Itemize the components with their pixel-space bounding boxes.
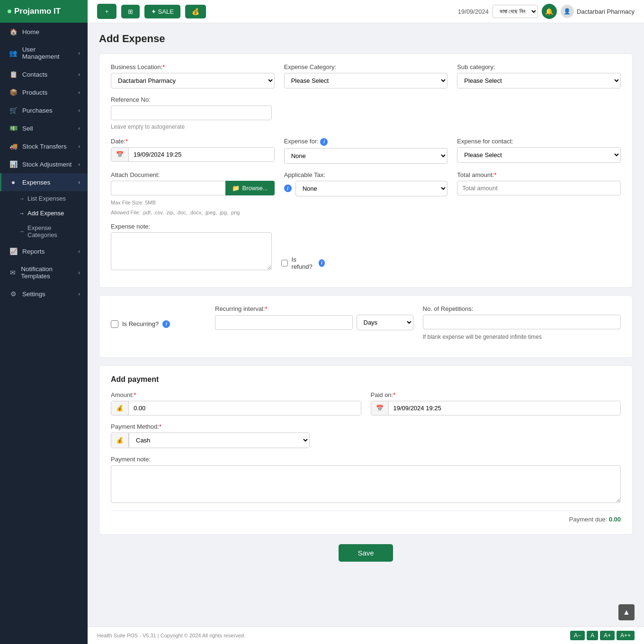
sidebar-item-reports[interactable]: 📈 Reports ‹ bbox=[0, 242, 88, 260]
is-recurring-group: Is Recurring? i bbox=[111, 305, 206, 340]
sidebar-item-home[interactable]: 🏠 Home bbox=[0, 23, 88, 41]
amount-group: Amount:* 💰 0.00 bbox=[111, 391, 361, 415]
contacts-icon: 📋 bbox=[9, 71, 18, 78]
payment-note-group: Payment note: bbox=[111, 456, 621, 503]
sidebar-label-purchases: Purchases bbox=[22, 107, 53, 114]
row-payment-note: Payment note: bbox=[111, 456, 621, 503]
brand: Projanmo IT bbox=[0, 0, 88, 23]
sidebar-item-purchases[interactable]: 🛒 Purchases ‹ bbox=[0, 101, 88, 119]
date-input[interactable]: 19/09/2024 19:25 bbox=[129, 148, 274, 161]
sell-icon: 💵 bbox=[9, 124, 18, 132]
grid-button[interactable]: ⊞ bbox=[121, 5, 140, 18]
expense-for-contact-label: Expense for contact: bbox=[457, 138, 621, 145]
sidebar-item-products[interactable]: 📦 Products ‹ bbox=[0, 83, 88, 101]
browse-icon: 📁 bbox=[232, 185, 240, 192]
user-management-icon: 👥 bbox=[9, 49, 18, 57]
chevron-icon-stock-adjustment: ‹ bbox=[78, 161, 80, 167]
is-refund-checkbox[interactable] bbox=[281, 259, 288, 267]
paid-on-group: Paid on:* 📅 19/09/2024 19:25 bbox=[371, 391, 621, 415]
expense-for-select[interactable]: None bbox=[284, 148, 448, 164]
amount-input[interactable]: 0.00 bbox=[129, 401, 361, 415]
row-location-category: Business Location:* Dactarbari Pharmacy … bbox=[111, 63, 621, 88]
payment-due-row: Payment due: 0.00 bbox=[111, 511, 621, 525]
expense-for-contact-select[interactable]: Please Select bbox=[457, 147, 621, 163]
sidebar-label-settings: Settings bbox=[22, 291, 45, 298]
applicable-tax-select[interactable]: None bbox=[295, 181, 448, 196]
payment-note-textarea[interactable] bbox=[111, 465, 621, 503]
total-amount-input[interactable] bbox=[457, 181, 621, 195]
font-normal-button[interactable]: A bbox=[587, 631, 598, 640]
no-of-repetitions-input[interactable] bbox=[423, 315, 621, 329]
notification-bell-button[interactable]: 🔔 bbox=[542, 4, 557, 19]
notification-templates-icon: ✉ bbox=[9, 269, 16, 276]
chevron-icon-contacts: ‹ bbox=[78, 71, 80, 77]
reference-no-input[interactable] bbox=[111, 106, 272, 120]
browse-button[interactable]: 📁 Browse... bbox=[225, 181, 274, 195]
repetitions-hint: If blank expense will be generated infin… bbox=[423, 334, 621, 340]
attach-document-label: Attach Document: bbox=[111, 171, 275, 178]
expense-note-textarea[interactable] bbox=[111, 232, 272, 270]
browse-label: Browse... bbox=[242, 185, 268, 192]
tax-row: i None bbox=[284, 181, 448, 196]
sidebar-item-stock-transfers[interactable]: 🚚 Stock Transfers ‹ bbox=[0, 137, 88, 155]
applicable-tax-label: Applicable Tax: bbox=[284, 171, 448, 178]
recurring-interval-label: Recurring interval:* bbox=[215, 305, 413, 312]
file-input[interactable] bbox=[111, 181, 225, 195]
calendar-icon: 📅 bbox=[111, 148, 129, 161]
sidebar-item-contacts[interactable]: 📋 Contacts ‹ bbox=[0, 65, 88, 83]
sidebar-label-contacts: Contacts bbox=[22, 71, 47, 78]
row-recurring: Is Recurring? i Recurring interval:* Day… bbox=[111, 305, 621, 340]
date-input-wrapper: 📅 19/09/2024 19:25 bbox=[111, 147, 275, 162]
money-button[interactable]: 💰 bbox=[185, 5, 206, 18]
expense-category-select[interactable]: Please Select bbox=[284, 73, 448, 88]
sidebar-subitem-list-expenses[interactable]: List Expenses bbox=[0, 191, 88, 206]
sidebar-subitem-expense-categories[interactable]: Expense Categories bbox=[0, 221, 88, 242]
reports-icon: 📈 bbox=[9, 247, 18, 255]
scroll-top-button[interactable]: ▲ bbox=[618, 604, 635, 620]
sidebar-item-settings[interactable]: ⚙ Settings ‹ bbox=[0, 285, 88, 303]
sidebar-item-notification-templates[interactable]: ✉ Notification Templates ‹ bbox=[0, 260, 88, 285]
save-button[interactable]: Save bbox=[339, 544, 393, 562]
recurring-days-select[interactable]: Days bbox=[357, 315, 413, 330]
amount-label: Amount:* bbox=[111, 391, 361, 398]
payment-method-select[interactable]: Cash Credit Card Bank Transfer Cheque bbox=[129, 433, 309, 448]
payment-card: Add payment Amount:* 💰 0.00 Paid on:* bbox=[99, 365, 633, 535]
expense-category-group: Expense Category: Please Select bbox=[284, 63, 448, 88]
is-refund-row: Is refund? i bbox=[281, 256, 325, 270]
expense-categories-label: Expense Categories bbox=[27, 224, 80, 238]
sidebar-item-stock-adjustment[interactable]: 📊 Stock Adjustment ‹ bbox=[0, 155, 88, 173]
no-of-repetitions-group: No. of Repetitions: If blank expense wil… bbox=[423, 305, 621, 340]
sub-category-select[interactable]: Please Select bbox=[457, 73, 621, 88]
business-location-select[interactable]: Dactarbari Pharmacy bbox=[111, 73, 275, 88]
language-selector[interactable]: ভাষা বেছে নিন bbox=[492, 5, 538, 18]
font-decrease-button[interactable]: A− bbox=[570, 631, 585, 640]
sidebar-label-reports: Reports bbox=[22, 248, 45, 255]
applicable-tax-group: Applicable Tax: i None bbox=[284, 171, 448, 215]
sale-button[interactable]: ✦ SALE bbox=[144, 5, 180, 18]
font-increase-button[interactable]: A+ bbox=[600, 631, 615, 640]
font-large-button[interactable]: A++ bbox=[617, 631, 635, 640]
font-controls: A− A A+ A++ bbox=[570, 631, 635, 640]
footer-bar: Health Suite POS - V5.31 | Copyright © 2… bbox=[88, 626, 644, 644]
row-amount-paidon: Amount:* 💰 0.00 Paid on:* 📅 19/09/2024 1… bbox=[111, 391, 621, 415]
row-date-expense: Date:* 📅 19/09/2024 19:25 Expense for: i… bbox=[111, 138, 621, 164]
expense-note-group: Expense note: bbox=[111, 223, 272, 270]
is-recurring-checkbox[interactable] bbox=[111, 320, 118, 328]
sidebar-item-sell[interactable]: 💵 Sell ‹ bbox=[0, 119, 88, 137]
recurring-interval-input[interactable] bbox=[215, 315, 353, 330]
row-payment-method: Payment Method:* 💰 Cash Credit Card Bank… bbox=[111, 423, 621, 448]
interval-row: Days bbox=[215, 315, 413, 330]
attach-document-group: Attach Document: 📁 Browse... Max File Si… bbox=[111, 171, 275, 215]
save-row: Save bbox=[99, 544, 633, 562]
paid-on-input[interactable]: 19/09/2024 19:25 bbox=[389, 401, 621, 415]
sidebar-item-expenses[interactable]: ● Expenses ‹ bbox=[0, 173, 88, 191]
is-refund-group: Is refund? i bbox=[281, 223, 325, 270]
sidebar-subitem-add-expense[interactable]: Add Expense bbox=[0, 206, 88, 221]
plus-button[interactable]: ＋ bbox=[97, 4, 116, 19]
sidebar-item-user-management[interactable]: 👥 User Management ‹ bbox=[0, 41, 88, 65]
expense-category-label: Expense Category: bbox=[284, 63, 448, 71]
paid-on-input-wrapper: 📅 19/09/2024 19:25 bbox=[371, 401, 621, 415]
sub-category-group: Sub category: Please Select bbox=[457, 63, 621, 88]
recurring-card: Is Recurring? i Recurring interval:* Day… bbox=[99, 295, 633, 358]
date-label: Date:* bbox=[111, 138, 275, 145]
